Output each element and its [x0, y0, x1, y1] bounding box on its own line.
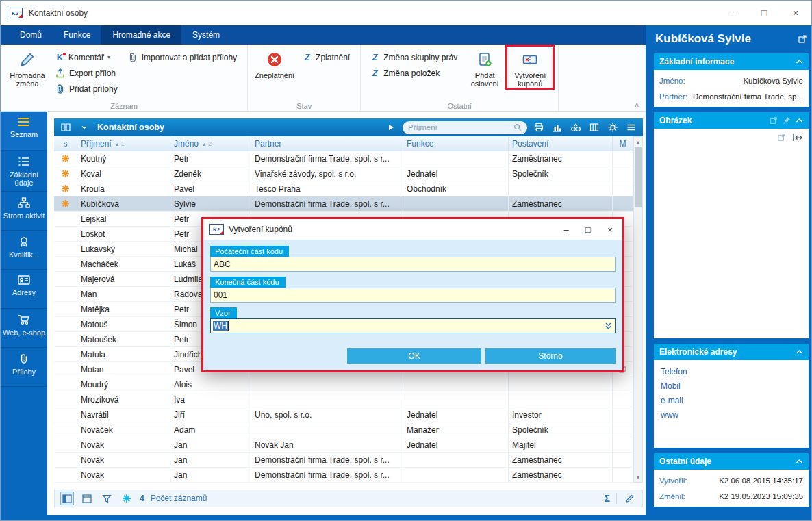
coupon-icon [522, 51, 538, 68]
table-row[interactable]: Kubíčková Sylvie Demonstrační firma Trad… [54, 196, 633, 212]
section-header-elektronicke-adresy[interactable]: Elektronické adresy [654, 344, 809, 360]
table-row[interactable]: Koutný Petr Demonstrační firma Trade, sp… [54, 151, 633, 166]
code-prefix-input[interactable] [210, 257, 616, 272]
link-mobil[interactable]: Mobil [661, 379, 802, 394]
invalidate-button[interactable]: Zneplatnění [252, 47, 297, 79]
external-link-icon[interactable] [770, 116, 778, 125]
create-coupons-button[interactable]: Vytvoření kupónů [507, 47, 553, 88]
column-header-postaveni[interactable]: Postavení [509, 136, 613, 151]
column-header-m[interactable]: M [613, 136, 633, 151]
menu-icon[interactable] [624, 120, 638, 134]
table-row[interactable]: Mrozíková Iva [54, 392, 633, 407]
window-maximize-button[interactable]: □ [748, 3, 780, 23]
sidebar-item-web-eshop[interactable]: Web, e-shop [1, 309, 47, 348]
bulk-change-button[interactable]: Hromadná změna [5, 47, 50, 88]
dialog-maximize-button[interactable]: □ [577, 221, 599, 238]
table-row[interactable]: Navrátil Jiří Uno, spol. s r.o. Jednatel… [54, 407, 633, 422]
change-items-button[interactable]: Z Změna položek [365, 65, 462, 81]
panel-view-icon[interactable] [60, 492, 74, 505]
print-icon[interactable] [532, 120, 546, 134]
table-row[interactable]: Nováček Adam Manažer Společník [54, 422, 633, 437]
code-suffix-input[interactable] [210, 288, 616, 303]
column-header-partner[interactable]: Partner [251, 136, 403, 151]
import-add-attachments-button[interactable]: Importovat a přidat přílohy [123, 49, 242, 65]
open-detail-icon[interactable] [798, 34, 807, 44]
scroll-up-icon[interactable]: ▲ [634, 137, 642, 147]
pin-icon[interactable] [783, 116, 791, 125]
section-header-ostatni-udaje[interactable]: Ostatní údaje [654, 453, 809, 470]
add-attachments-button[interactable]: Přidat přílohy [50, 81, 123, 97]
vertical-scrollbar[interactable]: ▲ ▼ [633, 136, 643, 483]
chevron-up-icon[interactable] [796, 459, 803, 464]
binoculars-icon[interactable] [569, 120, 583, 134]
filter-icon[interactable] [100, 492, 114, 505]
window-title: Kontaktní osoby [29, 8, 88, 18]
table-row[interactable]: Novák Jan Novák Jan Jednatel Majitel [54, 437, 633, 453]
marked-records-icon[interactable] [120, 492, 134, 505]
tab-domu[interactable]: Domů [9, 25, 53, 45]
chevron-up-icon[interactable] [796, 118, 803, 123]
field-pocatecni-cast-kodu: Počáteční část kódu [210, 244, 616, 272]
columns-icon[interactable] [587, 120, 601, 134]
sidebar-item-prilohy[interactable]: Přílohy [1, 348, 47, 387]
dialog-minimize-button[interactable]: – [555, 221, 577, 238]
section-header-obrazek[interactable]: Obrázek [654, 112, 809, 129]
table-row[interactable]: Novák Jan Demonstrační firma Trade, spol… [54, 468, 633, 483]
table-row[interactable]: Moudrý Alois [54, 377, 633, 392]
scrollbar-thumb[interactable] [635, 147, 642, 207]
section-header-zakladni-informace[interactable]: Základní informace [654, 53, 809, 70]
cell-postaveni [509, 181, 613, 196]
cell-flag [54, 242, 77, 256]
edit-pencil-icon[interactable] [623, 492, 637, 505]
chart-icon[interactable] [550, 120, 564, 134]
chevron-down-icon[interactable] [77, 120, 91, 134]
sidebar-item-kvalifikace[interactable]: Kvalifik... [1, 231, 47, 270]
view-selector-icon[interactable] [59, 120, 73, 134]
sidebar-item-adresy[interactable]: Adresy [1, 270, 47, 309]
pattern-input[interactable]: WH [210, 318, 616, 333]
tab-hromadne-akce[interactable]: Hromadné akce [101, 25, 181, 45]
add-salutation-button[interactable]: Přidat oslovení [462, 47, 507, 88]
validate-button[interactable]: Z Zplatnění [297, 49, 355, 65]
link-www[interactable]: www [661, 408, 802, 422]
scroll-down-icon[interactable]: ▼ [634, 472, 642, 482]
sidebar-item-seznam[interactable]: Seznam [1, 112, 47, 151]
column-header-jmeno[interactable]: Jméno ▲2 [170, 136, 251, 151]
cell-postaveni [509, 377, 613, 392]
external-link-icon[interactable] [777, 133, 786, 142]
chevron-up-icon[interactable] [796, 349, 803, 355]
section-zakladni-informace: Základní informace Jméno: Kubíčková Sylv… [654, 53, 809, 107]
table-row[interactable]: Koval Zdeněk Vinařské závody, spol. s r.… [54, 166, 633, 181]
change-rights-group-button[interactable]: Z Změna skupiny práv [365, 49, 462, 65]
table-row[interactable]: Kroula Pavel Tesco Praha Obchodník [54, 181, 633, 196]
ribbon-collapse-icon[interactable]: ˄ [635, 101, 639, 109]
window-close-button[interactable]: × [780, 3, 811, 23]
chevron-up-icon[interactable] [796, 59, 803, 64]
comment-button[interactable]: K Komentář ▾ [50, 49, 123, 65]
tab-funkce[interactable]: Funkce [53, 25, 101, 45]
tab-system[interactable]: Systém [181, 25, 231, 45]
fit-width-icon[interactable] [792, 134, 803, 142]
sidebar-item-zakladni-udaje[interactable]: Základní údaje [1, 151, 47, 192]
link-email[interactable]: e-mail [661, 394, 802, 408]
table-row[interactable]: Novák Jan Demonstrační firma Trade, spol… [54, 453, 633, 468]
sidebar-item-label: Web, e-shop [3, 329, 45, 337]
storno-button[interactable]: Storno [485, 348, 616, 364]
ok-button[interactable]: OK [347, 348, 481, 364]
sidebar-item-strom-aktivit[interactable]: Strom aktivit [1, 192, 47, 231]
dropdown-double-chevron-icon[interactable] [605, 322, 612, 330]
sum-icon[interactable]: Σ [605, 493, 610, 504]
cell-m [613, 377, 633, 392]
search-input[interactable] [408, 123, 511, 131]
dialog-close-button[interactable]: × [599, 221, 621, 238]
gear-icon[interactable] [606, 120, 620, 134]
column-header-s[interactable]: s [54, 136, 77, 151]
link-telefon[interactable]: Telefon [661, 365, 802, 379]
window-minimize-button[interactable]: – [717, 3, 748, 23]
app-window: K2 Kontaktní osoby – □ × Domů Funkce Hro… [0, 0, 812, 521]
export-attachments-button[interactable]: Export příloh [50, 65, 123, 81]
column-header-prijmeni[interactable]: Příjmení ▲1 [77, 136, 170, 151]
column-header-funkce[interactable]: Funkce [403, 136, 509, 151]
form-view-icon[interactable] [80, 492, 94, 505]
play-icon[interactable] [384, 120, 398, 134]
